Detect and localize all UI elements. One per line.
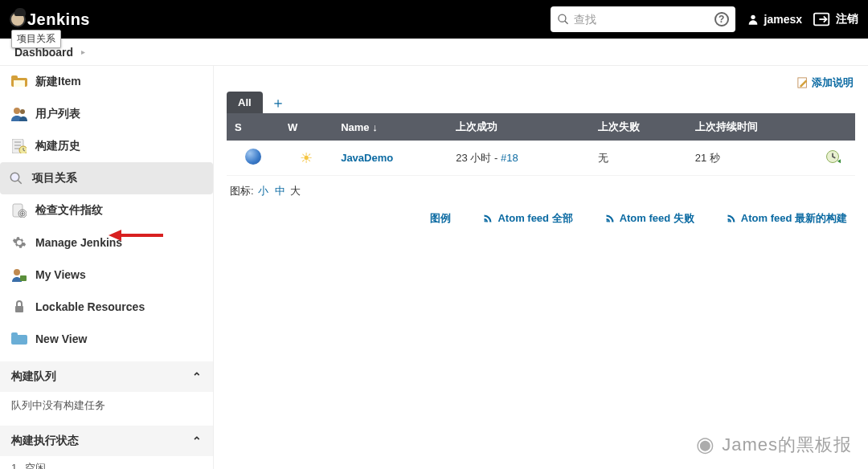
breadcrumb: Dashboard ▸ xyxy=(0,39,868,66)
watermark: ◉ James的黑板报 xyxy=(696,432,852,457)
wechat-icon: ◉ xyxy=(696,432,715,457)
sidebar-item-manage-jenkins[interactable]: Manage Jenkins xyxy=(0,226,213,259)
tab-all[interactable]: All xyxy=(227,92,263,113)
svg-rect-7 xyxy=(14,80,25,87)
atom-feed-latest[interactable]: Atom feed 最新的构建 xyxy=(727,211,847,226)
rss-icon xyxy=(727,214,736,223)
my-views-icon xyxy=(11,267,27,283)
rss-icon xyxy=(483,214,493,223)
gear-icon xyxy=(11,234,27,251)
sidebar-item-my-views[interactable]: My Views xyxy=(0,259,213,291)
logout-label: 注销 xyxy=(836,12,858,27)
executor-row: 1 空闲 xyxy=(0,456,213,469)
sidebar-item-label: New View xyxy=(35,332,87,345)
col-weather[interactable]: W xyxy=(280,113,333,141)
sidebar-item-label: Manage Jenkins xyxy=(35,236,122,249)
table-row: ☀ JavaDemo 23 小时 - #18 无 21 秒 xyxy=(227,141,855,176)
help-icon[interactable]: ? xyxy=(714,12,729,27)
logout-link[interactable]: 注销 xyxy=(813,12,858,27)
svg-point-9 xyxy=(20,109,25,114)
sidebar-item-label: 检查文件指纹 xyxy=(35,203,103,218)
last-failure: 无 xyxy=(590,141,687,176)
svg-point-17 xyxy=(10,173,19,181)
col-last-failure[interactable]: 上次失败 xyxy=(590,113,687,141)
col-last-duration[interactable]: 上次持续时间 xyxy=(687,113,811,141)
edit-icon xyxy=(797,77,809,88)
sidebar-item-people[interactable]: 用户列表 xyxy=(0,98,213,130)
svg-point-8 xyxy=(14,108,20,114)
col-name[interactable]: Name ↓ xyxy=(333,113,448,141)
last-success-time: 23 小时 xyxy=(456,152,491,164)
icon-size-label: 图标: xyxy=(230,185,254,197)
icon-size-medium[interactable]: 中 xyxy=(275,185,285,197)
sidebar-item-project-relationship[interactable]: 项目关系 xyxy=(0,162,213,194)
people-icon xyxy=(11,106,27,122)
lock-icon xyxy=(11,299,27,315)
user-link[interactable]: jamesx xyxy=(747,13,802,26)
history-icon xyxy=(11,138,27,154)
svg-line-18 xyxy=(18,180,22,184)
svg-point-22 xyxy=(22,213,24,215)
watermark-text: James的黑板报 xyxy=(722,433,852,457)
person-icon xyxy=(747,13,760,26)
weather-sunny-icon[interactable]: ☀ xyxy=(300,150,313,166)
sort-arrow-icon: ↓ xyxy=(372,121,378,133)
svg-rect-19 xyxy=(13,204,23,217)
add-description-link[interactable]: 添加说明 xyxy=(797,75,854,90)
atom-feed-all[interactable]: Atom feed 全部 xyxy=(483,211,572,226)
sidebar-item-label: 新建Item xyxy=(35,75,81,89)
logo-tooltip: 项目关系 xyxy=(11,30,61,48)
executor-header[interactable]: 构建执行状态 ⌃ xyxy=(0,426,213,456)
feed-row: 图例 Atom feed 全部 Atom feed 失败 Atom feed 最… xyxy=(227,206,855,230)
build-queue-title: 构建队列 xyxy=(11,369,56,384)
chevron-up-icon: ⌃ xyxy=(192,370,202,383)
status-ball-icon[interactable] xyxy=(245,149,261,165)
build-queue-header[interactable]: 构建队列 ⌃ xyxy=(0,361,213,392)
schedule-build-icon[interactable] xyxy=(825,149,841,165)
sidebar-item-label: 用户列表 xyxy=(35,107,80,121)
main-layout: 新建Item 用户列表 构建历史 项目关系 检查文件指纹 xyxy=(0,66,868,469)
legend-link[interactable]: 图例 xyxy=(430,211,451,226)
rss-icon xyxy=(605,214,615,223)
sidebar-item-label: 构建历史 xyxy=(35,139,80,153)
icon-size-small[interactable]: 小 xyxy=(258,185,268,197)
col-actions xyxy=(811,113,855,141)
last-duration: 21 秒 xyxy=(687,141,811,176)
sidebar-item-new-item[interactable]: 新建Item xyxy=(0,66,213,98)
sidebar-item-lockable-resources[interactable]: Lockable Resources xyxy=(0,291,213,323)
top-header: Jenkins 项目关系 ? jamesx 注销 xyxy=(0,0,868,39)
chevron-up-icon: ⌃ xyxy=(192,434,202,447)
search-input[interactable] xyxy=(574,13,714,26)
last-success-build-link[interactable]: #18 xyxy=(501,152,518,164)
sidebar-item-fingerprint[interactable]: 检查文件指纹 xyxy=(0,194,213,226)
user-name: jamesx xyxy=(764,13,802,26)
svg-point-23 xyxy=(14,269,20,275)
atom-feed-failed[interactable]: Atom feed 失败 xyxy=(605,211,694,226)
jobs-table: S W Name ↓ 上次成功 上次失败 上次持续时间 ☀ JavaDemo 2… xyxy=(227,113,855,176)
svg-line-1 xyxy=(564,21,567,24)
build-queue-empty: 队列中没有构建任务 xyxy=(0,392,213,419)
build-queue-panel: 构建队列 ⌃ 队列中没有构建任务 xyxy=(0,361,213,419)
jenkins-logo[interactable]: Jenkins 项目关系 xyxy=(10,10,90,29)
col-status[interactable]: S xyxy=(227,113,280,141)
add-description-label: 添加说明 xyxy=(812,75,854,90)
svg-rect-25 xyxy=(15,306,23,312)
sidebar-item-label: My Views xyxy=(35,268,86,281)
job-name-link[interactable]: JavaDemo xyxy=(341,152,393,164)
sidebar-item-new-view[interactable]: New View xyxy=(0,323,213,355)
search-box[interactable]: ? xyxy=(551,6,735,32)
icon-size-row: 图标: 小 中 大 xyxy=(227,176,855,206)
icon-size-large[interactable]: 大 xyxy=(290,185,301,197)
executor-status: 空闲 xyxy=(25,462,46,469)
new-item-icon xyxy=(11,74,27,90)
chevron-right-icon: ▸ xyxy=(81,47,85,56)
search-icon xyxy=(557,13,569,26)
sidebar-item-build-history[interactable]: 构建历史 xyxy=(0,130,213,162)
svg-point-0 xyxy=(558,14,565,22)
executor-title: 构建执行状态 xyxy=(11,434,79,448)
content-area: 添加说明 All ＋ S W Name ↓ 上次成功 上次失败 上次持续时间 xyxy=(214,66,868,469)
executor-panel: 构建执行状态 ⌃ 1 空闲 2 空闲 xyxy=(0,426,213,469)
svg-point-2 xyxy=(751,15,755,19)
col-last-success[interactable]: 上次成功 xyxy=(448,113,589,141)
add-tab-button[interactable]: ＋ xyxy=(271,93,285,112)
